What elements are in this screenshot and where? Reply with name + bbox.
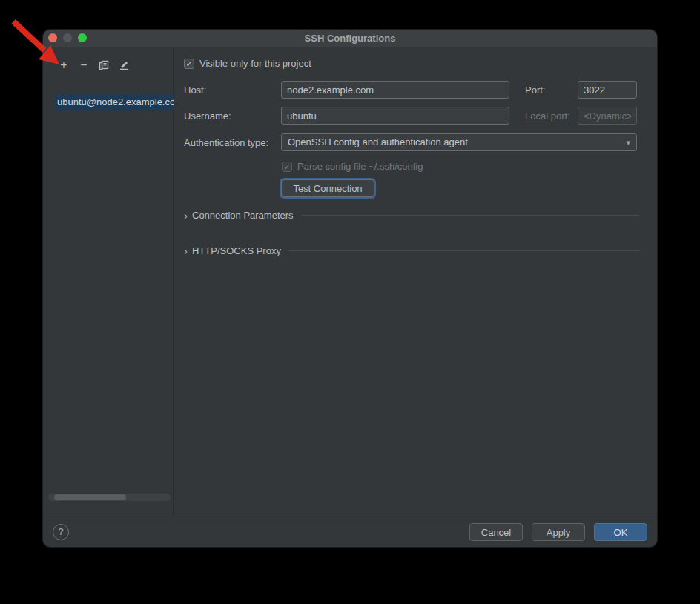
auth-type-select[interactable]: OpenSSH config and authentication agent … xyxy=(281,133,637,151)
help-button[interactable]: ? xyxy=(53,524,69,540)
apply-button[interactable]: Apply xyxy=(532,523,585,541)
section-divider xyxy=(301,215,639,216)
host-row: Host: Port: xyxy=(184,81,637,99)
parse-config-label: Parse config file ~/.ssh/config xyxy=(297,161,423,172)
username-label: Username: xyxy=(184,110,281,122)
ssh-config-list-item[interactable]: ubuntu@node2.example.com xyxy=(55,94,174,110)
port-input[interactable] xyxy=(578,81,637,99)
chevron-down-icon: ▾ xyxy=(626,134,630,150)
auth-type-label: Authentication type: xyxy=(184,137,281,148)
local-port-label: Local port: xyxy=(525,110,562,122)
test-connection-button[interactable]: Test Connection xyxy=(281,179,374,197)
username-input[interactable] xyxy=(281,107,509,125)
auth-type-value: OpenSSH config and authentication agent xyxy=(288,136,468,147)
chevron-right-icon: › xyxy=(184,210,188,221)
visible-project-label: Visible only for this project xyxy=(199,58,311,69)
edit-icon[interactable] xyxy=(118,59,130,71)
http-socks-proxy-section[interactable]: › HTTP/SOCKS Proxy xyxy=(184,245,639,256)
parse-config-row: ✓ Parse config file ~/.ssh/config xyxy=(282,161,423,172)
host-label: Host: xyxy=(184,84,281,96)
parse-config-checkbox: ✓ xyxy=(282,162,292,172)
section-divider xyxy=(288,250,639,251)
host-input[interactable] xyxy=(281,81,509,99)
visible-project-row: ✓ Visible only for this project xyxy=(184,58,311,69)
remove-icon[interactable]: − xyxy=(78,59,90,71)
dialog-footer: ? Cancel Apply OK xyxy=(43,517,657,547)
port-label: Port: xyxy=(525,84,562,96)
auth-type-row: Authentication type: OpenSSH config and … xyxy=(184,133,637,151)
visible-project-checkbox[interactable]: ✓ xyxy=(184,59,194,69)
http-socks-proxy-label: HTTP/SOCKS Proxy xyxy=(192,245,281,256)
local-port-input xyxy=(578,107,637,125)
username-row: Username: Local port: xyxy=(184,107,637,125)
sidebar-toolbar: + − xyxy=(43,47,173,74)
connection-parameters-section[interactable]: › Connection Parameters xyxy=(184,210,639,221)
add-icon[interactable]: + xyxy=(58,59,70,71)
chevron-right-icon: › xyxy=(184,246,188,256)
configurations-sidebar: + − ubuntu@node2.exam xyxy=(43,47,174,517)
copy-icon[interactable] xyxy=(98,59,110,71)
sidebar-horizontal-scrollbar[interactable] xyxy=(48,494,171,501)
connection-parameters-label: Connection Parameters xyxy=(192,210,294,221)
scrollbar-thumb[interactable] xyxy=(54,494,126,500)
config-form: ✓ Visible only for this project Host: Po… xyxy=(174,47,657,517)
cancel-button[interactable]: Cancel xyxy=(469,523,523,541)
ok-button[interactable]: OK xyxy=(594,523,647,541)
ssh-configurations-dialog: SSH Configurations + − xyxy=(43,30,657,547)
title-bar: SSH Configurations xyxy=(43,30,657,47)
screen: SSH Configurations + − xyxy=(0,0,700,604)
window-title: SSH Configurations xyxy=(43,30,657,47)
